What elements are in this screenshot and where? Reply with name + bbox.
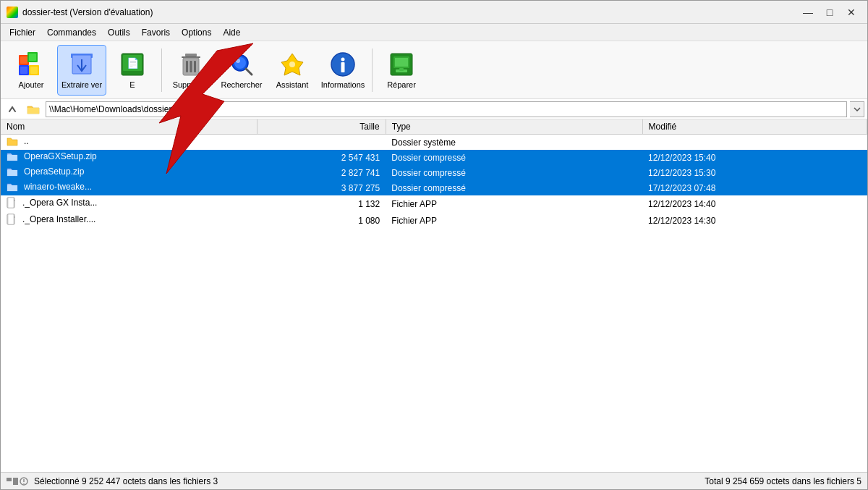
menu-commandes[interactable]: Commandes — [41, 26, 102, 39]
extraire-icon — [67, 50, 96, 79]
file-icon: .. — [7, 136, 29, 146]
menu-options[interactable]: Options — [176, 26, 217, 39]
menu-favoris[interactable]: Favoris — [136, 26, 176, 39]
file-size: 2 827 741 — [258, 165, 386, 180]
toolbar-informations[interactable]: Informations — [318, 45, 367, 96]
svg-rect-34 — [399, 68, 404, 71]
assistant-label: Assistant — [276, 80, 309, 90]
file-modified: 17/12/2023 07:48 — [642, 180, 867, 195]
informations-icon — [328, 50, 357, 79]
svg-text:📄: 📄 — [127, 57, 140, 69]
svg-rect-15 — [185, 54, 197, 56]
table-row[interactable]: OperaGXSetup.zip2 547 431Dossier compres… — [1, 150, 867, 165]
file-type: Dossier compressé — [386, 150, 642, 165]
file-icon: ._Opera GX Insta... — [7, 197, 97, 208]
svg-rect-3 — [29, 54, 36, 61]
svg-rect-38 — [8, 214, 14, 224]
svg-rect-40 — [13, 478, 18, 485]
toolbar-supprimer[interactable]: Supprimer — [166, 45, 216, 96]
minimize-button[interactable]: — — [798, 4, 818, 21]
file-modified: 12/12/2023 15:40 — [642, 150, 867, 165]
title-bar: dossier-test (Version d'évaluation) — □ … — [1, 1, 867, 24]
toolbar-sep-2 — [372, 48, 373, 92]
table-row[interactable]: winaero-tweake...3 877 275Dossier compre… — [1, 180, 867, 195]
file-type: Dossier compressé — [386, 180, 642, 195]
svg-rect-7 — [30, 67, 38, 74]
file-name: winaero-tweake... — [24, 182, 92, 192]
file-size: 2 547 431 — [258, 150, 386, 165]
file-type: Fichier APP — [386, 212, 642, 229]
file-icon: OperaSetup.zip — [7, 166, 84, 177]
table-row[interactable]: OperaSetup.zip2 827 741Dossier compressé… — [1, 165, 867, 180]
navigate-up-button[interactable] — [4, 101, 21, 118]
close-button[interactable]: ✕ — [841, 4, 861, 21]
file-name: ._Opera Installer.... — [22, 214, 95, 224]
file-type: Fichier APP — [386, 195, 642, 212]
folder-icon — [24, 104, 43, 114]
menu-outils[interactable]: Outils — [102, 26, 136, 39]
address-input[interactable] — [46, 101, 847, 117]
window-title: dossier-test (Version d'évaluation) — [22, 7, 153, 17]
file-name: OperaSetup.zip — [24, 166, 84, 177]
col-taille[interactable]: Taille — [258, 119, 386, 135]
toolbar-rechercher[interactable]: Rechercher — [217, 45, 266, 96]
col-modifie[interactable]: Modifié — [642, 119, 867, 135]
col-nom[interactable]: Nom — [1, 119, 258, 135]
file-name: OperaGXSetup.zip — [24, 151, 97, 161]
col-type[interactable]: Type — [386, 119, 642, 135]
toolbar: Ajouter Extraire ver — [1, 41, 867, 99]
svg-point-22 — [234, 57, 246, 69]
address-bar — [1, 99, 867, 119]
svg-rect-18 — [186, 61, 188, 72]
file-modified: 12/12/2023 14:40 — [642, 195, 867, 212]
reparer-label: Réparer — [387, 80, 416, 90]
extraire-label: Extraire ver — [61, 80, 102, 90]
status-bar: Sélectionné 9 252 447 octets dans les fi… — [1, 472, 867, 489]
rechercher-label: Rechercher — [221, 80, 263, 90]
menu-aide[interactable]: Aide — [217, 26, 246, 39]
file-modified — [642, 135, 867, 151]
toolbar-reparer[interactable]: Réparer — [377, 45, 426, 96]
table-row[interactable]: ..Dossier système — [1, 135, 867, 151]
menu-fichier[interactable]: Fichier — [4, 26, 41, 39]
app-icon — [7, 7, 18, 18]
file-icon: OperaGXSetup.zip — [7, 151, 97, 161]
file-type: Dossier système — [386, 135, 642, 151]
toolbar-assistant[interactable]: Assistant — [268, 45, 317, 96]
svg-rect-1 — [20, 56, 27, 64]
svg-rect-39 — [7, 478, 12, 481]
svg-line-24 — [246, 69, 252, 75]
window-controls: — □ ✕ — [798, 4, 861, 21]
file-size — [258, 135, 386, 151]
rechercher-icon — [227, 50, 256, 79]
svg-rect-36 — [8, 198, 14, 208]
ajouter-icon — [17, 50, 46, 79]
toolbar-extraire[interactable]: Extraire ver — [57, 45, 106, 96]
svg-rect-20 — [194, 61, 196, 72]
svg-rect-19 — [190, 61, 192, 72]
encode-icon: 📄 — [118, 50, 147, 79]
file-type: Dossier compressé — [386, 165, 642, 180]
file-name: .. — [24, 136, 29, 146]
file-modified: 12/12/2023 14:30 — [642, 212, 867, 229]
informations-label: Informations — [321, 80, 365, 90]
svg-point-23 — [236, 59, 240, 63]
file-icon: ._Opera Installer.... — [7, 214, 95, 225]
toolbar-encode[interactable]: 📄 E — [108, 45, 157, 96]
file-size: 3 877 275 — [258, 180, 386, 195]
table-row[interactable]: ._Opera Installer....1 080Fichier APP12/… — [1, 212, 867, 229]
file-name: ._Opera GX Insta... — [22, 198, 97, 208]
svg-rect-5 — [20, 67, 27, 74]
reparer-icon — [387, 50, 416, 79]
toolbar-sep-1 — [161, 48, 162, 92]
encode-label: E — [129, 80, 135, 90]
svg-rect-29 — [341, 62, 345, 72]
file-list: Nom Taille Type Modifié ..Dossier systèm… — [1, 119, 867, 472]
ajouter-label: Ajouter — [19, 80, 44, 90]
address-dropdown[interactable] — [850, 101, 864, 117]
table-row[interactable]: ._Opera GX Insta...1 132Fichier APP12/12… — [1, 195, 867, 212]
maximize-button[interactable]: □ — [820, 4, 840, 21]
file-size: 1 080 — [258, 212, 386, 229]
svg-rect-32 — [395, 58, 408, 67]
toolbar-ajouter[interactable]: Ajouter — [7, 45, 56, 96]
